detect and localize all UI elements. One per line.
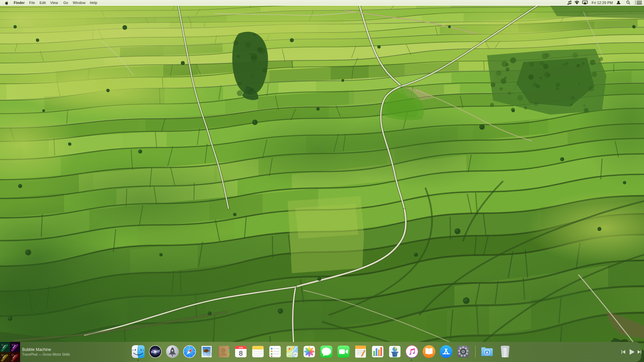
svg-text:SS: SS <box>11 343 15 347</box>
svg-text:3D: 3D <box>294 354 297 356</box>
svg-text:O: O <box>11 353 14 357</box>
svg-text:JUN: JUN <box>239 347 243 349</box>
svg-text:G: G <box>1 343 4 347</box>
svg-text:Fri 12:29 PM: Fri 12:29 PM <box>592 1 613 5</box>
svg-text:U: U <box>1 353 4 357</box>
svg-text:8: 8 <box>239 350 243 357</box>
